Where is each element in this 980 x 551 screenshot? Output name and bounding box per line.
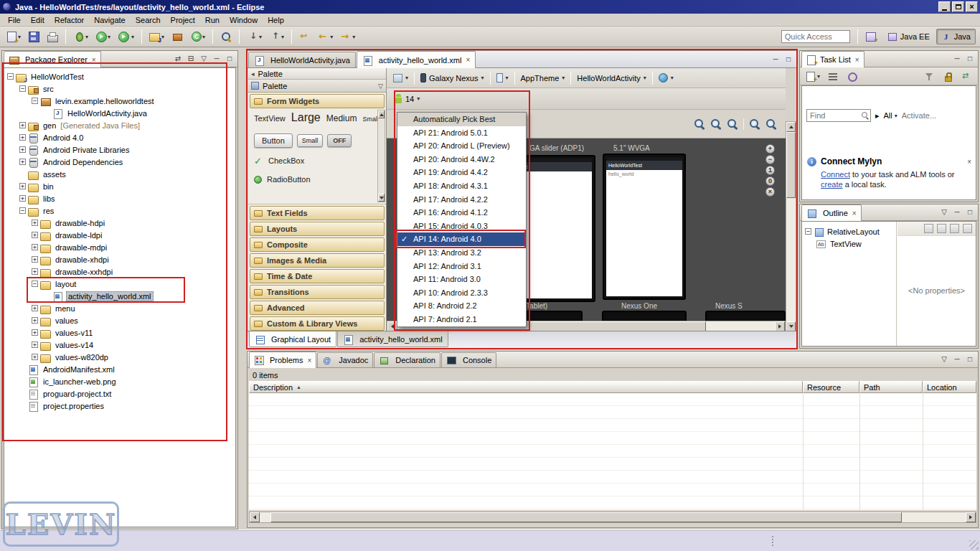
palette-collapse-bar[interactable]: ◂ Palette (248, 68, 386, 80)
palette-item-off-button[interactable]: OFF (327, 134, 352, 147)
expand-icon[interactable]: + (32, 317, 38, 324)
minimize-view-button[interactable]: ─ (212, 53, 222, 64)
tree-item-libs[interactable]: +libs (4, 192, 235, 204)
palette-item-button-button[interactable]: Button (254, 133, 293, 148)
tree-item-bin[interactable]: +bin (4, 180, 235, 192)
menu-run[interactable]: Run (200, 14, 225, 26)
collapse-icon[interactable]: − (19, 85, 26, 92)
tree-item-gen[interactable]: +gen[Generated Java Files] (4, 119, 235, 131)
device-preview-partial[interactable] (705, 311, 786, 321)
expand-icon[interactable]: + (32, 354, 38, 360)
maximize-view-button[interactable]: □ (965, 354, 975, 364)
open-perspective-button[interactable] (865, 31, 878, 42)
create-task-link[interactable]: create (821, 180, 843, 189)
api-item-api-20-android-l-preview[interactable]: API 20: Android L (Preview) (397, 139, 526, 153)
resize-grip[interactable] (969, 540, 979, 550)
menu-window[interactable]: Window (225, 14, 263, 26)
api-item-api-17-android-4-2-2[interactable]: API 17: Android 4.2.2 (397, 193, 526, 207)
zoom-100-icon[interactable] (727, 118, 738, 130)
menu-project[interactable]: Project (166, 14, 200, 26)
close-icon[interactable]: × (307, 357, 311, 364)
run-button[interactable]: ▾ (93, 29, 113, 44)
menu-help[interactable]: Help (263, 14, 289, 26)
column-header-description[interactable]: Description ▲ (249, 381, 803, 393)
package-explorer-tab[interactable]: Package Explorer × (4, 51, 101, 67)
tree-item-drawable-xxhdpi[interactable]: +drawable-xxhdpi (4, 265, 235, 278)
api-item-api-11-android-3-0[interactable]: API 11: Android 3.0 (397, 273, 526, 286)
tree-item-levin-example-helloworldtest[interactable]: −levin.example.helloworldtest (4, 95, 235, 107)
menu-search[interactable]: Search (131, 14, 166, 26)
activity-dropdown[interactable]: HelloWorldActivity ▾ (574, 72, 649, 85)
link-with-editor-button[interactable]: ⇄ (173, 53, 183, 64)
zoom-in-icon[interactable] (710, 118, 722, 130)
editor-tab-helloworldactivity-java[interactable]: HelloWorldActivity.java (248, 52, 356, 67)
api-item-api-20-android-4-4w-2[interactable]: API 20: Android 4.4W.2 (397, 153, 526, 166)
connect-link[interactable]: Connect (821, 170, 850, 179)
scroll-down-button[interactable] (786, 321, 796, 331)
tree-item-project-properties[interactable]: project.properties (4, 400, 235, 412)
last-edit-button[interactable] (296, 29, 314, 44)
outline-item-textview[interactable]: TextView (802, 237, 896, 250)
zoom-fit-icon[interactable] (749, 118, 760, 130)
tree-item-values-v11[interactable]: +values-v11 (4, 326, 235, 339)
tab-console[interactable]: Console (441, 352, 496, 367)
maximize-window-button[interactable] (952, 1, 964, 12)
palette-section-custom-library-views[interactable]: Custom & Library Views (250, 316, 385, 331)
tree-item-layout[interactable]: −layout (4, 278, 235, 290)
tree-item-values[interactable]: +values (4, 314, 235, 326)
tree-item-drawable-hdpi[interactable]: +drawable-hdpi (4, 217, 235, 229)
close-icon[interactable]: × (855, 56, 859, 64)
palette-section-images-media[interactable]: Images & Media (250, 253, 385, 268)
xml-source-tab[interactable]: activity_hello_world.xml (337, 331, 448, 347)
outline-item-relativelayout[interactable]: − RelativeLayout (802, 225, 896, 237)
working-set-dropdown[interactable]: All ▾ (884, 111, 897, 120)
scroll-right-button[interactable] (966, 512, 976, 522)
focus-on-workweek-button[interactable] (844, 68, 860, 84)
tree-item-values-w820dp[interactable]: +values-w820dp (4, 351, 235, 363)
scrollbar-thumb[interactable] (786, 132, 796, 198)
filter-completed-button[interactable] (921, 68, 938, 84)
expand-icon[interactable]: + (32, 305, 38, 311)
column-header-resource[interactable]: Resource (803, 381, 859, 393)
synchronize-button[interactable] (958, 68, 975, 84)
palette-section-advanced[interactable]: Advanced (250, 301, 385, 315)
api-item-api-12-android-3-1[interactable]: API 12: Android 3.1 (397, 260, 526, 273)
tree-item-res[interactable]: −res (4, 204, 235, 217)
collapse-icon[interactable]: − (805, 228, 811, 235)
print-button[interactable] (44, 29, 61, 44)
device-dropdown[interactable]: Galaxy Nexus ▾ (418, 71, 487, 85)
tree-item-activity-hello-world-xml[interactable]: activity_hello_world.xml (4, 290, 235, 302)
view-menu-button[interactable]: ▽ (939, 207, 949, 217)
next-annotation-button[interactable]: ▾ (244, 29, 265, 44)
close-window-button[interactable]: × (966, 1, 978, 12)
api-item-api-10-android-2-3-3[interactable]: API 10: Android 2.3.3 (397, 286, 526, 300)
menu-navigate[interactable]: Navigate (89, 14, 130, 26)
new-wizard-button[interactable]: ▾ (3, 29, 24, 44)
scroll-down-button[interactable] (378, 194, 385, 202)
column-header-location[interactable]: Location (923, 381, 976, 393)
new-class-button[interactable]: ▾ (187, 29, 208, 44)
expand-icon[interactable]: + (19, 146, 26, 153)
maximize-view-button[interactable]: □ (965, 53, 975, 64)
palette-item-medium[interactable]: Medium (326, 113, 357, 123)
device-preview-partial[interactable] (602, 311, 687, 321)
zoom-page-icon[interactable] (765, 118, 777, 130)
api-item-api-18-android-4-3-1[interactable]: API 18: Android 4.3.1 (397, 179, 526, 193)
task-list-tab[interactable]: Task List × (801, 51, 864, 67)
expand-icon[interactable]: + (19, 122, 26, 128)
palette-item-textview[interactable]: TextView (254, 114, 286, 123)
canvas-close-icon[interactable]: × (765, 187, 775, 197)
tree-item-src[interactable]: −src (4, 83, 235, 95)
expand-icon[interactable]: + (19, 159, 26, 165)
activate-button[interactable]: Activate... (902, 111, 936, 120)
menu-file[interactable]: File (3, 14, 26, 26)
maximize-view-button[interactable]: □ (225, 53, 235, 64)
api-item-automatically-pick-best[interactable]: Automatically Pick Best (397, 113, 526, 126)
api-item-api-21-android-5-0-1[interactable]: API 21: Android 5.0.1 (397, 126, 526, 140)
collapse-all-button[interactable]: ⊟ (186, 53, 196, 64)
categorized-button[interactable] (825, 68, 842, 84)
tree-item-android-private-libraries[interactable]: +Android Private Libraries (4, 143, 235, 156)
forward-button[interactable]: ▾ (337, 29, 358, 44)
scrollbar-thumb[interactable] (270, 512, 902, 522)
scroll-up-button[interactable] (378, 110, 385, 118)
